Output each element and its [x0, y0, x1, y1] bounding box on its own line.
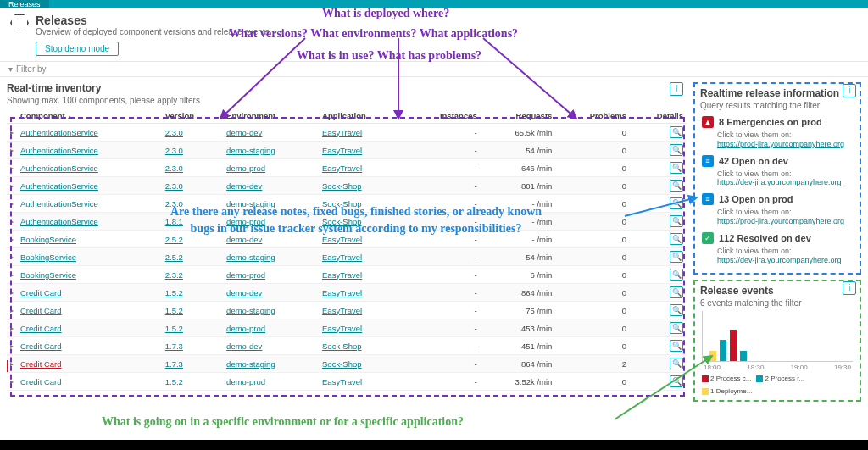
expand-toggle-icon[interactable]: ▸: [7, 266, 17, 284]
environment-link[interactable]: demo-dev: [226, 342, 262, 351]
application-link[interactable]: EasyTravel: [322, 128, 362, 137]
col-environment[interactable]: Environment: [223, 108, 319, 124]
version-link[interactable]: 1.7.3: [165, 342, 183, 351]
version-link[interactable]: 1.5.2: [165, 288, 183, 297]
version-link[interactable]: 2.3.0: [165, 199, 183, 208]
expand-toggle-icon[interactable]: ▸: [7, 373, 17, 391]
application-link[interactable]: EasyTravel: [322, 288, 362, 297]
environment-link[interactable]: demo-prod: [226, 324, 265, 333]
expand-toggle-icon[interactable]: ▸: [7, 124, 17, 142]
expand-toggle-icon[interactable]: ▸: [7, 159, 17, 177]
col-problems[interactable]: Problems: [555, 108, 630, 124]
table-row[interactable]: ▸Credit Card1.7.3demo-stagingSock-Shop-8…: [7, 355, 687, 373]
environment-link[interactable]: demo-staging: [226, 359, 275, 369]
alert-item[interactable]: ✓112 Resolved on dev: [700, 230, 854, 247]
environment-link[interactable]: demo-staging: [226, 146, 275, 155]
component-link[interactable]: AuthenticationService: [20, 199, 98, 208]
table-row[interactable]: ▸BookingService2.3.2demo-prodEasyTravel-…: [7, 266, 687, 284]
component-link[interactable]: AuthenticationService: [20, 217, 98, 226]
version-link[interactable]: 1.7.3: [165, 359, 183, 369]
version-link[interactable]: 1.5.2: [165, 377, 183, 386]
version-link[interactable]: 2.3.2: [165, 270, 183, 280]
environment-link[interactable]: demo-staging: [226, 253, 275, 262]
details-magnifier-icon[interactable]: 🔍: [670, 162, 683, 174]
application-link[interactable]: Sock-Shop: [322, 342, 361, 351]
details-magnifier-icon[interactable]: 🔍: [670, 358, 683, 369]
alert-item[interactable]: ▲8 Emergencies on prod: [700, 114, 854, 131]
application-link[interactable]: EasyTravel: [322, 253, 362, 262]
component-link[interactable]: Credit Card: [20, 342, 62, 351]
environment-link[interactable]: demo-staging: [226, 306, 275, 315]
expand-toggle-icon[interactable]: ▸: [7, 142, 17, 159]
details-magnifier-icon[interactable]: 🔍: [670, 197, 683, 209]
alert-item[interactable]: ≡13 Open on prod: [700, 191, 854, 208]
environment-link[interactable]: demo-prod: [226, 164, 265, 173]
expand-toggle-icon[interactable]: ▸: [7, 195, 17, 213]
alert-link[interactable]: https://dev-jira.yourcompanyhere.org: [717, 178, 842, 186]
table-row[interactable]: ▸AuthenticationService2.3.0demo-devSock-…: [7, 177, 687, 195]
component-link[interactable]: Credit Card: [20, 359, 62, 369]
component-link[interactable]: Credit Card: [20, 306, 62, 315]
expand-toggle-icon[interactable]: ▸: [7, 213, 17, 231]
version-link[interactable]: 2.5.2: [165, 235, 183, 244]
expand-toggle-icon[interactable]: ▸: [7, 231, 17, 248]
environment-link[interactable]: demo-dev: [226, 181, 262, 191]
filter-bar[interactable]: ▾ Filter by: [0, 61, 868, 77]
application-link[interactable]: Sock-Shop: [322, 181, 361, 191]
expand-toggle-icon[interactable]: ▸: [7, 284, 17, 302]
alert-item[interactable]: ≡42 Open on dev: [700, 153, 854, 169]
legend-item[interactable]: 1 Deployme...: [702, 387, 752, 395]
col-details[interactable]: Details: [630, 108, 687, 124]
version-link[interactable]: 1.5.2: [165, 324, 183, 333]
application-link[interactable]: Sock-Shop: [322, 359, 361, 369]
alert-link[interactable]: https://prod-jira.yourcompanyhere.org: [717, 217, 844, 225]
chart-bar[interactable]: [740, 351, 747, 362]
details-magnifier-icon[interactable]: 🔍: [670, 269, 683, 281]
application-link[interactable]: EasyTravel: [322, 164, 362, 173]
details-magnifier-icon[interactable]: 🔍: [670, 126, 683, 138]
details-magnifier-icon[interactable]: 🔍: [670, 375, 683, 387]
table-row[interactable]: ▸Credit Card1.5.2demo-devEasyTravel-864 …: [7, 284, 687, 302]
version-link[interactable]: 2.3.0: [165, 164, 183, 173]
legend-item[interactable]: 2 Process r...: [756, 375, 804, 382]
details-magnifier-icon[interactable]: 🔍: [670, 233, 683, 245]
chart-bar[interactable]: [709, 351, 716, 362]
details-magnifier-icon[interactable]: 🔍: [670, 180, 683, 192]
environment-link[interactable]: demo-dev: [226, 288, 262, 297]
table-row[interactable]: ▸AuthenticationService1.8.1demo-prodSock…: [7, 213, 687, 231]
component-link[interactable]: AuthenticationService: [20, 146, 98, 155]
expand-toggle-icon[interactable]: ▸: [7, 337, 17, 355]
environment-link[interactable]: demo-staging: [226, 199, 275, 208]
col-component[interactable]: Component▲: [17, 108, 162, 124]
component-link[interactable]: BookingService: [20, 270, 76, 280]
application-link[interactable]: EasyTravel: [322, 324, 362, 333]
alert-link[interactable]: https://dev-jira.yourcompanyhere.org: [717, 256, 842, 264]
table-row[interactable]: ▸Credit Card1.5.2demo-stagingEasyTravel-…: [7, 302, 687, 319]
expand-toggle-icon[interactable]: ▸: [7, 177, 17, 195]
component-link[interactable]: Credit Card: [20, 377, 62, 386]
table-row[interactable]: ▸AuthenticationService2.3.0demo-devEasyT…: [7, 124, 687, 142]
table-row[interactable]: ▸Credit Card1.5.2demo-prodEasyTravel-3.5…: [7, 373, 687, 391]
expand-toggle-icon[interactable]: ▸: [7, 302, 17, 319]
events-info-button[interactable]: i: [843, 281, 856, 295]
realtime-info-button[interactable]: i: [843, 84, 856, 97]
environment-link[interactable]: demo-prod: [226, 270, 265, 280]
table-row[interactable]: ▸BookingService2.5.2demo-devEasyTravel--…: [7, 231, 687, 248]
alert-link[interactable]: https://prod-jira.yourcompanyhere.org: [717, 140, 844, 148]
version-link[interactable]: 2.3.0: [165, 128, 183, 137]
inventory-info-button[interactable]: i: [670, 82, 683, 96]
details-magnifier-icon[interactable]: 🔍: [670, 144, 683, 156]
col-instances[interactable]: Instances: [405, 108, 481, 124]
stop-demo-button[interactable]: Stop demo mode: [36, 42, 119, 56]
table-row[interactable]: ▸Credit Card1.7.3demo-devSock-Shop-451 /…: [7, 337, 687, 355]
version-link[interactable]: 2.3.0: [165, 146, 183, 155]
col-application[interactable]: Application: [319, 108, 405, 124]
application-link[interactable]: Sock-Shop: [322, 217, 361, 226]
details-magnifier-icon[interactable]: 🔍: [670, 215, 683, 227]
component-link[interactable]: Credit Card: [20, 288, 62, 297]
col-version[interactable]: Version: [162, 108, 223, 124]
expand-toggle-icon[interactable]: ▸: [7, 248, 17, 266]
application-link[interactable]: EasyTravel: [322, 270, 362, 280]
details-magnifier-icon[interactable]: 🔍: [670, 340, 683, 352]
details-magnifier-icon[interactable]: 🔍: [670, 322, 683, 334]
